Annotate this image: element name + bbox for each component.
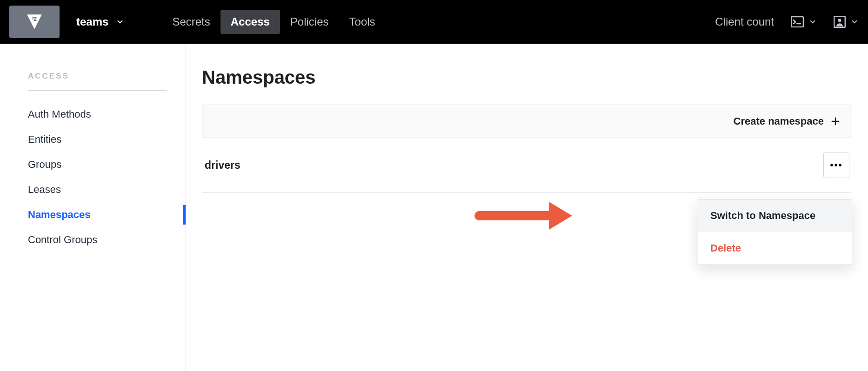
sidebar-item-leases[interactable]: Leases — [28, 177, 167, 202]
svg-point-3 — [32, 18, 33, 20]
namespace-row[interactable]: drivers ••• — [202, 138, 852, 192]
menu-switch-namespace[interactable]: Switch to Namespace — [698, 199, 852, 232]
vault-logo[interactable] — [9, 6, 60, 38]
page-title: Namespaces — [202, 67, 852, 88]
chevron-down-icon — [850, 18, 859, 26]
console-menu[interactable] — [791, 16, 817, 27]
menu-delete[interactable]: Delete — [698, 232, 852, 265]
plus-icon — [830, 116, 841, 126]
svg-point-6 — [34, 20, 35, 21]
svg-point-5 — [35, 18, 37, 20]
svg-point-4 — [34, 18, 35, 20]
sidebar: ACCESS Auth Methods Entities Groups Leas… — [0, 44, 186, 371]
topbar-right: Client count — [715, 15, 859, 28]
chevron-down-icon — [808, 18, 817, 26]
create-namespace-button[interactable]: Create namespace — [734, 115, 841, 127]
svg-rect-8 — [791, 17, 803, 27]
toolbar: Create namespace — [202, 105, 852, 138]
sidebar-heading: ACCESS — [28, 72, 167, 91]
nav-access[interactable]: Access — [220, 10, 280, 34]
sidebar-item-namespaces[interactable]: Namespaces — [28, 202, 167, 227]
svg-point-1 — [34, 17, 35, 18]
svg-rect-11 — [474, 211, 554, 220]
nav-tools[interactable]: Tools — [339, 10, 386, 34]
annotation-arrow — [474, 202, 572, 230]
nav-policies[interactable]: Policies — [280, 10, 339, 34]
svg-point-0 — [32, 17, 33, 18]
terminal-icon — [791, 16, 804, 27]
sidebar-item-entities[interactable]: Entities — [28, 127, 167, 152]
chevron-down-icon — [116, 18, 124, 26]
content: Namespaces Create namespace drivers ••• … — [186, 44, 868, 371]
main-container: ACCESS Auth Methods Entities Groups Leas… — [0, 44, 868, 371]
create-namespace-label: Create namespace — [734, 115, 824, 127]
topbar: teams Secrets Access Policies Tools Clie… — [0, 0, 868, 44]
svg-point-10 — [838, 19, 841, 22]
row-more-button[interactable]: ••• — [823, 152, 849, 178]
vault-logo-icon — [26, 13, 43, 31]
user-menu[interactable] — [834, 16, 859, 28]
row-dropdown-menu: Switch to Namespace Delete — [698, 199, 852, 265]
namespace-name: drivers — [205, 159, 240, 172]
svg-point-2 — [35, 17, 37, 18]
topbar-divider — [143, 13, 143, 31]
client-count-link[interactable]: Client count — [715, 15, 774, 28]
user-icon — [834, 16, 846, 28]
namespace-label: teams — [76, 15, 108, 28]
dots-icon: ••• — [830, 160, 842, 171]
nav-secrets[interactable]: Secrets — [162, 10, 220, 34]
svg-point-7 — [35, 20, 37, 21]
sidebar-item-control-groups[interactable]: Control Groups — [28, 227, 167, 252]
namespace-switcher[interactable]: teams — [76, 15, 143, 28]
sidebar-item-auth-methods[interactable]: Auth Methods — [28, 102, 167, 127]
sidebar-item-groups[interactable]: Groups — [28, 152, 167, 177]
